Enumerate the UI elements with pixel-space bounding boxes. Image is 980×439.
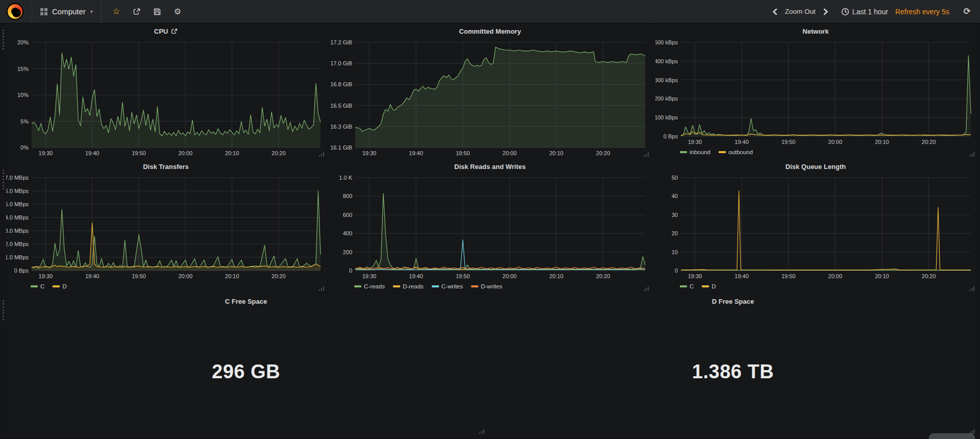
svg-text:19:40: 19:40 <box>409 150 423 156</box>
svg-text:0: 0 <box>675 267 678 274</box>
save-dashboard-button[interactable] <box>153 7 162 16</box>
scrollbar-thumb[interactable] <box>929 433 975 439</box>
chart-svg: 19:3019:4019:5020:0020:1020:2017.2 GiB17… <box>330 38 650 158</box>
legend-item-D-reads[interactable]: D-reads <box>393 283 424 289</box>
svg-text:19:50: 19:50 <box>132 150 146 156</box>
svg-text:400 kBps: 400 kBps <box>655 58 678 64</box>
svg-text:20%: 20% <box>17 39 29 45</box>
star-icon: ☆ <box>112 7 120 16</box>
svg-text:0 Bps: 0 Bps <box>664 133 678 139</box>
svg-text:19:50: 19:50 <box>781 273 796 279</box>
panel-resize-grip[interactable] <box>479 429 484 434</box>
d-free-space-value: 1.386 TB <box>692 361 774 383</box>
panel-title-text: D Free Space <box>712 298 754 305</box>
panel-title-disk-transfers[interactable]: Disk Transfers <box>6 159 326 174</box>
svg-text:40: 40 <box>672 193 678 199</box>
legend-item-D[interactable]: D <box>702 283 716 289</box>
svg-text:0%: 0% <box>20 144 29 151</box>
svg-text:20:20: 20:20 <box>922 139 936 145</box>
legend-item-D[interactable]: D <box>53 283 66 289</box>
svg-text:17.2 GiB: 17.2 GiB <box>330 39 352 45</box>
panel-title-c-free-space[interactable]: C Free Space <box>6 294 486 308</box>
panel-c-free-space: C Free Space 296 GB <box>6 294 486 435</box>
panel-d-free-space: D Free Space 1.386 TB <box>490 294 976 435</box>
chevron-right-icon <box>823 8 829 15</box>
panel-cpu: CPU 19:3019:4019:5020:0020:1020:2020%15%… <box>6 24 326 158</box>
svg-text:19:40: 19:40 <box>85 273 100 279</box>
time-range-picker[interactable]: Last 1 hour <box>841 8 888 16</box>
panel-resize-grip[interactable] <box>643 152 649 157</box>
time-shift-forward-button[interactable] <box>823 8 829 15</box>
svg-text:100 kBps: 100 kBps <box>655 114 678 120</box>
panel-title-network[interactable]: Network <box>655 24 976 38</box>
legend-color-icon <box>432 285 439 287</box>
svg-text:19:50: 19:50 <box>132 273 146 279</box>
committed-memory-chart[interactable]: 19:3019:4019:5020:0020:1020:2017.2 GiB17… <box>330 38 650 158</box>
legend-color-icon <box>719 151 726 153</box>
legend-item-C-reads[interactable]: C-reads <box>354 283 385 289</box>
dashboard-settings-button[interactable]: ⚙ <box>173 7 182 16</box>
legend-item-C-writes[interactable]: C-writes <box>432 283 463 289</box>
panel-title-disk-reads-writes[interactable]: Disk Reads and Writes <box>330 159 650 174</box>
network-chart[interactable]: 19:3019:4019:5020:0020:1020:20500 kBps40… <box>655 38 976 147</box>
panel-title-cpu[interactable]: CPU <box>6 24 326 38</box>
svg-text:0 Bps: 0 Bps <box>14 267 29 274</box>
disk-queue-length-chart[interactable]: 19:3019:4019:5020:0020:1020:205040302010… <box>655 174 976 281</box>
panel-committed-memory: Committed Memory 19:3019:4019:5020:0020:… <box>330 24 650 158</box>
legend-item-outbound[interactable]: outbound <box>719 149 753 155</box>
panel-title-d-free-space[interactable]: D Free Space <box>490 294 976 308</box>
row-drag-handle[interactable] <box>1 300 5 320</box>
legend-item-D-writes[interactable]: D-writes <box>471 283 502 289</box>
dashboard-caret-icon: ▾ <box>90 9 93 14</box>
panel-disk-transfers: Disk Transfers 19:3019:4019:5020:0020:10… <box>6 159 326 292</box>
star-dashboard-button[interactable]: ☆ <box>112 7 121 16</box>
refresh-interval-button[interactable]: Refresh every 5s <box>895 8 949 16</box>
panel-resize-grip[interactable] <box>969 152 974 157</box>
panel-title-text: Disk Queue Length <box>786 163 846 170</box>
share-dashboard-button[interactable] <box>132 7 141 16</box>
svg-text:19:40: 19:40 <box>734 139 749 145</box>
svg-text:20:20: 20:20 <box>596 273 610 279</box>
dashboard-picker[interactable]: Computer ▾ <box>32 0 102 23</box>
cpu-chart[interactable]: 19:3019:4019:5020:0020:1020:2020%15%10%5… <box>6 38 326 158</box>
svg-text:30: 30 <box>672 212 678 218</box>
panel-resize-grip[interactable] <box>318 152 324 157</box>
legend-label: inbound <box>690 149 710 155</box>
panel-resize-grip[interactable] <box>969 286 974 291</box>
legend-label: D-reads <box>403 283 424 289</box>
svg-text:16.1 GiB: 16.1 GiB <box>330 144 352 151</box>
svg-text:19:30: 19:30 <box>39 150 53 156</box>
legend-label: D <box>712 283 716 289</box>
time-shift-back-button[interactable] <box>772 8 778 15</box>
save-icon <box>153 8 161 16</box>
panel-title-disk-queue-length[interactable]: Disk Queue Length <box>655 159 976 174</box>
svg-text:800: 800 <box>343 193 352 199</box>
legend-item-C[interactable]: C <box>680 283 694 289</box>
svg-text:4.0 MBps: 4.0 MBps <box>6 214 29 221</box>
row-drag-handle[interactable] <box>1 169 5 189</box>
svg-text:16.5 GiB: 16.5 GiB <box>330 103 352 109</box>
disk-transfers-chart[interactable]: 19:3019:4019:5020:0020:1020:207.0 MBps6.… <box>6 174 326 281</box>
legend-item-C[interactable]: C <box>31 283 44 289</box>
legend-color-icon <box>702 285 709 287</box>
grafana-menu-button[interactable]: ▾ <box>0 3 32 20</box>
panel-title-text: Disk Reads and Writes <box>454 163 526 170</box>
svg-text:20:10: 20:10 <box>225 150 239 156</box>
panel-resize-grip[interactable] <box>643 286 649 291</box>
svg-text:20:10: 20:10 <box>875 273 889 279</box>
refresh-icon[interactable]: ⟳ <box>964 6 971 17</box>
panel-resize-grip[interactable] <box>318 286 324 291</box>
disk-reads-writes-chart[interactable]: 19:3019:4019:5020:0020:1020:201.0 K80060… <box>330 174 650 281</box>
top-navbar: ▾ Computer ▾ ☆ <box>0 0 980 23</box>
panel-title-committed-memory[interactable]: Committed Memory <box>330 24 650 38</box>
svg-text:0: 0 <box>349 267 352 274</box>
svg-text:19:30: 19:30 <box>688 139 702 145</box>
zoom-out-button[interactable]: Zoom Out <box>785 8 816 15</box>
legend-item-inbound[interactable]: inbound <box>680 149 710 155</box>
panel-title-text: Disk Transfers <box>143 163 189 170</box>
legend-label: C <box>40 283 44 289</box>
row-drag-handle[interactable] <box>1 30 5 50</box>
svg-text:600: 600 <box>343 212 352 218</box>
disk-reads-writes-legend: C-readsD-readsC-writesD-writes <box>330 281 650 292</box>
legend-label: C-reads <box>364 283 385 289</box>
